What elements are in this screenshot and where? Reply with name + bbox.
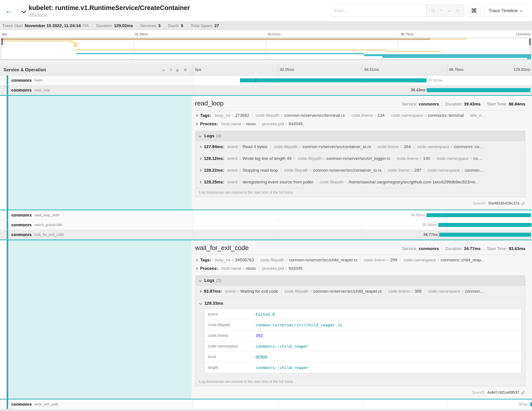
locate-icon[interactable] [431,9,435,12]
kv-value: conmon−rs/server/src/child_reaper.rs [252,320,521,330]
minimap-scrubber-right[interactable] [529,39,531,45]
column-resizer-handle[interactable] [190,71,193,74]
log-entry[interactable]: 128.12ms:eventWrote log line of length 4… [196,153,525,164]
tag-key: code.filepath [256,113,284,118]
tag-key: code.namespace [417,144,454,149]
duration-value: 39.43ms [464,102,481,107]
service-name[interactable]: conmonrs [11,88,32,93]
command-icon: ⌘ [471,7,477,14]
chevron-right-icon [199,181,202,184]
view-selector-button[interactable]: Trace Timeline [484,4,527,17]
tag-value: 273882 [235,113,249,118]
log-field-list: eventderegistering event source from pol… [228,180,522,185]
chevron-right-icon [195,123,198,126]
span-row-wait_for_exit_code[interactable]: conmonrswait_for_exit_code34.77ms [0,230,532,240]
span-row-read_loop_stdin[interactable]: conmonrsread_loop_stdin39.69ms [0,210,532,220]
service-name[interactable]: conmonrs [11,223,32,227]
collapse-one-icon[interactable] [163,69,165,71]
span-row-name: conmonrswatch_grandchild [0,220,193,230]
tag-value: /home/sascha/.cargo/registry/src/github.… [348,180,479,184]
summary-item: Duration129.02ms [96,23,133,28]
back-button[interactable]: ← [0,0,18,21]
log-entry[interactable]: 127.94ms:eventRead 4 bytescode.filepathc… [196,141,525,153]
process-chip-list: host.namenixosprocess.pid942045 [221,121,525,126]
tag-key: code.filepath [298,156,326,161]
service-name[interactable]: conmonrs [11,232,32,237]
span-bar[interactable] [427,88,530,92]
span-row-listen[interactable]: conmonrslisten70.91ms [0,76,532,85]
summary-label: Depth [168,23,179,28]
minimap-tick-labels: 0μs32.25ms64.51ms96.76ms129.02ms [0,30,532,38]
span-row-watch_grandchild[interactable]: conmonrswatch_grandchild35.58ms [0,220,532,230]
span-row-timeline[interactable]: 39.43ms [193,85,532,95]
span-row-timeline[interactable]: 303μs [193,400,532,409]
tags-row[interactable]: Tags: busy_ns34506763code.filepathconmon… [195,255,525,263]
expand-all-icon[interactable] [183,69,186,71]
span-bar[interactable] [438,223,532,227]
timeline-header-ticks: 0μs32.25ms64.51ms96.76ms129.02ms [193,64,532,75]
keyboard-shortcuts-button[interactable]: ⌘ [467,4,481,17]
service-color-accent [7,220,8,230]
log-entry[interactable]: 93.87ms:eventWaiting for exit codecode.f… [196,285,525,297]
tag-key: code.filepath [320,180,348,184]
find-input[interactable] [331,4,426,17]
timeline-tick-label: 64.51ms [268,32,281,36]
collapse-all-icon[interactable] [176,68,178,71]
tags-row[interactable]: Tags: busy_ns273882code.filepathconmon-r… [195,110,525,119]
log-entry[interactable]: 128.25ms:eventderegistering event source… [196,176,525,188]
span-row-timeline[interactable]: 35.58ms [193,220,532,230]
tag-key: host.name [221,121,246,126]
span-bar[interactable] [530,402,532,406]
span-row-timeline[interactable]: 34.77ms [193,230,532,239]
log-kv-table: eventExited 0code.filepathconmon−rs/serv… [205,309,522,373]
link-icon[interactable] [521,202,525,206]
tag-chip: code.namespaceconmonrs::child_reap… [404,258,488,263]
tag-chip: host.namenixos [221,121,259,126]
start-time-value: 93.63ms [509,246,525,251]
clear-search-icon[interactable]: × [456,8,459,13]
span-duration-label: 39.69ms [410,213,425,217]
tag-key: code.lineno [388,289,415,294]
log-entry[interactable]: 128.22ms:eventStopping read loopcode.fil… [196,164,525,176]
tag-key: idle_n… [470,113,486,118]
span-row-write_exit_path[interactable]: conmonrswrite_exit_path303μs [0,400,532,409]
tag-chip: code.namespaceconmon… [428,168,487,173]
span-row-timeline[interactable]: 70.91ms [193,76,532,85]
summary-value: 27 [214,23,219,28]
service-name[interactable]: conmonrs [11,402,32,407]
span-rows-group: conmonrslisten70.91msconmonrsread_loop39… [0,76,532,95]
collapse-trace-toggle[interactable] [22,9,26,14]
service-name[interactable]: conmonrs [11,213,32,218]
summary-value: 129.02ms [114,23,133,28]
link-icon[interactable] [521,391,525,395]
process-row[interactable]: Process: host.namenixosprocess.pid942045 [195,119,525,127]
span-bar[interactable] [439,233,531,237]
service-label: Service: [402,102,418,107]
expand-one-icon[interactable] [170,69,171,71]
service-color-accent [7,85,8,95]
logs-header[interactable]: Logs (4) [196,131,525,141]
span-row-read_loop[interactable]: conmonrsread_loop39.43ms [0,85,532,95]
page-title: kubelet: runtime.v1.RuntimeService/Creat… [28,4,331,11]
log-entry-header[interactable]: 128.33ms [200,298,522,309]
next-result-icon[interactable] [448,9,451,12]
tag-value: deregistering event source from poller [242,180,313,184]
operation-name: write_exit_path [34,402,58,406]
timeline-tick-label: 64.51ms [364,68,379,72]
span-bar[interactable] [240,78,426,82]
tag-value: nixos [246,121,256,126]
tag-chip: code.namespaceconmon… [428,289,487,294]
span-bar[interactable] [426,213,531,217]
trace-minimap[interactable] [1,38,531,59]
kv-value: conmonrs::child_reaper [252,341,521,352]
span-row-timeline[interactable]: 39.69ms [193,210,532,220]
service-name[interactable]: conmonrs [11,78,32,83]
logs-header[interactable]: Logs (2) [196,275,525,285]
timeline-tick-label: 0μs [195,68,201,72]
tag-chip: eventStopping read loop [228,168,281,173]
process-row[interactable]: Process: host.namenixosprocess.pid942045 [195,263,525,272]
kv-row: levelDEBUG [205,352,521,362]
minimap-scrubber-left[interactable] [1,39,3,45]
prev-result-icon[interactable] [440,9,443,12]
tag-key: code.namespace [391,113,428,118]
